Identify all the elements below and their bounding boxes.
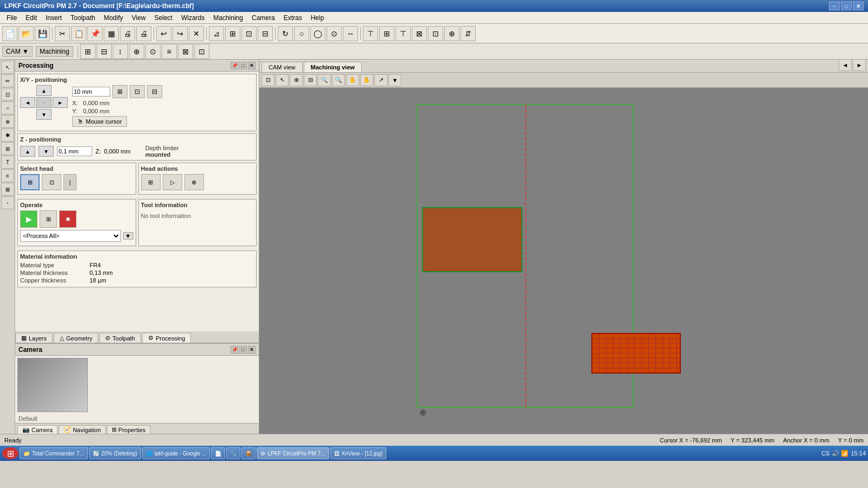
cam-btn3[interactable]: ↕ <box>113 44 128 59</box>
close-button[interactable]: ✕ <box>853 2 864 10</box>
select-tool[interactable]: ⊡ <box>261 74 275 86</box>
taskbar-task4[interactable]: 📄 <box>211 447 225 459</box>
cut-button[interactable]: ✂ <box>55 26 70 41</box>
open-button[interactable]: 📂 <box>18 26 34 41</box>
circle-btn1[interactable]: ○ <box>294 26 309 41</box>
camera-close-button[interactable]: ✕ <box>248 346 256 354</box>
left-tool-5[interactable]: ⊕ <box>1 115 14 128</box>
redo-button[interactable]: ↪ <box>173 26 188 41</box>
menu-help[interactable]: Help <box>307 13 329 23</box>
camera-pin-button[interactable]: 📌 <box>231 346 238 354</box>
subtab-camera[interactable]: 📷 Camera <box>17 425 58 434</box>
ungroup-btn[interactable]: ⊡ <box>428 26 443 41</box>
cursor-tool[interactable]: ↗ <box>374 74 387 86</box>
group-btn[interactable]: ⊠ <box>412 26 427 41</box>
print-preview[interactable]: 🖨 <box>120 26 135 41</box>
subtab-properties[interactable]: ⊞ Properties <box>107 425 150 434</box>
circle-btn3[interactable]: ⊙ <box>327 26 342 41</box>
view-prev-button[interactable]: ◄ <box>839 60 852 71</box>
menu-camera[interactable]: Camera <box>247 13 279 23</box>
zoom-in-tool[interactable]: 🔍 <box>318 74 331 86</box>
taskbar-totalcmd[interactable]: 📁 Total Commander 7... <box>20 447 88 459</box>
taskbar-task6[interactable]: 📦 <box>241 447 256 459</box>
cam-btn1[interactable]: ⊞ <box>80 44 95 59</box>
tab-layers[interactable]: ▦ Layers <box>15 333 53 343</box>
head-btn-2[interactable]: ⊡ <box>42 174 61 190</box>
cursor-dropdown[interactable]: ▼ <box>388 74 401 86</box>
panel-pin-button[interactable]: 📌 <box>231 62 238 69</box>
xy-pos-btn2[interactable]: ⊡ <box>130 85 145 98</box>
snap-btn4[interactable]: ⊟ <box>258 26 273 41</box>
z-step-input[interactable] <box>57 146 92 156</box>
start-button[interactable]: ⊞ <box>2 447 18 459</box>
left-tool-7[interactable]: ⊞ <box>1 142 14 155</box>
move-up-button[interactable]: ▲ <box>36 85 52 96</box>
step-button[interactable]: ⊞ <box>40 210 57 228</box>
menu-wizards[interactable]: Wizards <box>177 13 209 23</box>
snap-btn2[interactable]: ⊞ <box>225 26 240 41</box>
cam-btn2[interactable]: ⊟ <box>97 44 112 59</box>
move-down-button[interactable]: ▼ <box>36 109 52 120</box>
save-button[interactable]: 💾 <box>35 26 50 41</box>
view-next-button[interactable]: ► <box>853 60 866 71</box>
extra-btn2[interactable]: ⇵ <box>461 26 476 41</box>
print-button[interactable]: 🖨 <box>136 26 151 41</box>
cam-btn7[interactable]: ⊠ <box>178 44 193 59</box>
panel-close-button[interactable]: ✕ <box>248 62 256 69</box>
snap-btn3[interactable]: ⊡ <box>241 26 257 41</box>
head-btn-1[interactable]: ⊞ <box>20 174 40 190</box>
process-dropdown-btn[interactable]: ▼ <box>123 232 133 240</box>
subtab-navigation[interactable]: 🧭 Navigation <box>59 425 106 434</box>
menu-view[interactable]: View <box>127 13 150 23</box>
head-action-btn-1[interactable]: ⊞ <box>141 174 161 190</box>
minimize-button[interactable]: ─ <box>829 2 840 10</box>
taskbar-chrome[interactable]: 🌐 lpkf-guide - Google ... <box>142 447 210 459</box>
menu-insert[interactable]: Insert <box>41 13 66 23</box>
menu-toolpath[interactable]: Toolpath <box>66 13 99 23</box>
left-tool-3[interactable]: ⊡ <box>1 88 14 101</box>
undo-button[interactable]: ↩ <box>156 26 171 41</box>
paste-button[interactable]: 📌 <box>87 26 103 41</box>
new-button[interactable]: 📄 <box>2 26 17 41</box>
extra-btn1[interactable]: ⊕ <box>444 26 459 41</box>
left-tool-6[interactable]: ✱ <box>1 129 14 142</box>
align-btn1[interactable]: ⊤ <box>363 26 378 41</box>
taskbar-xnview[interactable]: 🖼 XnView - [12.jpg] <box>330 447 386 459</box>
left-tool-2[interactable]: ✏ <box>1 74 14 87</box>
taskbar-lpkf[interactable]: ⚙ LPKF CircuitPro PM 7... <box>257 447 329 459</box>
zoom-select-tool[interactable]: ⊟ <box>304 74 317 86</box>
pan-tool[interactable]: ✋ <box>346 74 359 86</box>
head-action-btn-3[interactable]: ⊕ <box>184 174 204 190</box>
tab-toolpath[interactable]: ⊘ Toolpath <box>99 333 141 343</box>
camera-float-button[interactable]: □ <box>239 346 247 354</box>
measure-btn[interactable]: ⊤ <box>395 26 411 41</box>
panel-float-button[interactable]: □ <box>239 62 247 69</box>
menu-modify[interactable]: Modify <box>99 13 127 23</box>
xy-pos-btn3[interactable]: ⊟ <box>147 85 162 98</box>
zoom-area-tool[interactable]: ⊕ <box>290 74 303 86</box>
xy-step-input[interactable] <box>72 87 110 97</box>
cam-btn6[interactable]: ≡ <box>162 44 177 59</box>
maximize-button[interactable]: □ <box>841 2 852 10</box>
left-tool-8[interactable]: T <box>1 156 14 169</box>
z-down-button[interactable]: ▼ <box>39 146 54 157</box>
taskbar-task5[interactable]: 🔧 <box>226 447 240 459</box>
taskbar-progress[interactable]: 🔄 20% (Deleting) <box>89 447 141 459</box>
cam-btn8[interactable]: ⊡ <box>194 44 209 59</box>
left-tool-4[interactable]: ○ <box>1 101 14 114</box>
stop-button[interactable]: ■ <box>59 210 76 228</box>
left-tool-11[interactable]: ◦ <box>1 196 14 209</box>
cancel-button[interactable]: ✕ <box>189 26 204 41</box>
machining-view-tab[interactable]: Machining view <box>304 62 362 72</box>
cam-export[interactable]: ▦ <box>104 26 119 41</box>
menu-file[interactable]: File <box>2 13 21 23</box>
left-tool-1[interactable]: ↖ <box>1 61 14 74</box>
move-left-button[interactable]: ◄ <box>20 97 35 108</box>
copy-button[interactable]: 📋 <box>71 26 86 41</box>
xy-pos-btn1[interactable]: ⊞ <box>112 85 127 98</box>
mirror-btn[interactable]: ↔ <box>343 26 358 41</box>
mouse-cursor-button[interactable]: 🖱 Mouse cursor <box>72 116 127 127</box>
menu-machining[interactable]: Machining <box>209 13 247 23</box>
pan-mode-tool[interactable]: ✋ <box>360 74 373 86</box>
cam-dropdown[interactable]: CAM ▼ <box>2 46 33 57</box>
